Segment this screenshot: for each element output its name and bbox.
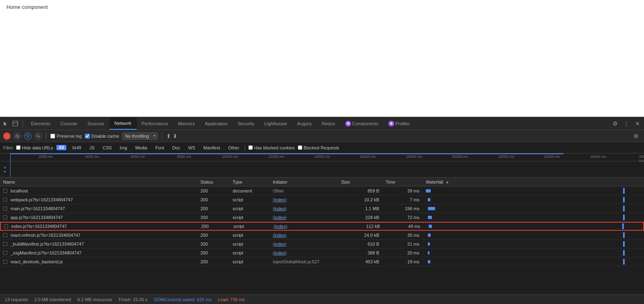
filter-css[interactable]: CSS bbox=[100, 145, 114, 151]
tab-profiler[interactable]: ⚛ Profiler bbox=[384, 117, 415, 130]
col-header-initiator: Initiator bbox=[273, 180, 341, 184]
cursor-icon[interactable] bbox=[2, 120, 10, 128]
tab-security[interactable]: Security bbox=[233, 117, 260, 130]
toolbar-separator-2 bbox=[162, 132, 162, 140]
load-time[interactable]: Load: 736 ms bbox=[218, 297, 245, 302]
more-options-icon[interactable]: ⋮ bbox=[621, 119, 631, 128]
throttle-select[interactable]: No throttling Fast 3G Slow 3G Offline bbox=[122, 132, 158, 140]
hide-data-urls-label: Hide data URLs bbox=[22, 145, 53, 150]
record-button[interactable] bbox=[3, 132, 10, 140]
table-row[interactable]: main.js?ts=1621334804747 200 script (ind… bbox=[0, 204, 644, 213]
cell-initiator-webpack: (index) bbox=[273, 197, 341, 202]
row-checkbox bbox=[4, 224, 8, 228]
cell-waterfall-buildmanifest bbox=[426, 240, 641, 248]
cell-size-webpack: 10.2 kB bbox=[341, 197, 386, 202]
preserve-log-checkbox[interactable]: Preserve log bbox=[50, 134, 82, 139]
cell-waterfall-app bbox=[426, 213, 641, 221]
timeline-area[interactable]: 2000 ms 4000 ms 6000 ms 8000 ms 10000 ms… bbox=[0, 153, 644, 178]
tab-components[interactable]: ⚛ Components bbox=[341, 117, 384, 130]
waterfall-dot bbox=[623, 197, 625, 203]
filter-img[interactable]: Img bbox=[118, 145, 130, 151]
has-blocked-cookies-checkbox[interactable]: Has blocked cookies bbox=[248, 145, 295, 150]
requests-count: 13 requests bbox=[5, 297, 28, 302]
table-row-highlighted[interactable]: index.js?ts=1621334804747 200 script (in… bbox=[0, 222, 644, 231]
cell-status-app: 200 bbox=[200, 215, 233, 220]
cell-status-devtools-backend: 200 bbox=[200, 259, 233, 264]
table-row[interactable]: app.js?ts=1621334804747 200 script (inde… bbox=[0, 213, 644, 222]
filter-media[interactable]: Media bbox=[133, 145, 150, 151]
tab-sources[interactable]: Sources bbox=[83, 117, 109, 130]
cell-waterfall-ssgmanifest bbox=[426, 248, 641, 257]
dom-content-loaded[interactable]: DOMContentLoaded: 625 ms bbox=[154, 297, 211, 302]
cell-name-react-refresh: react-refresh.js?ts=1621334004747 bbox=[3, 233, 200, 238]
finish-time: Finish: 23.30 s bbox=[119, 297, 148, 302]
tab-redux-label: Redux bbox=[322, 121, 335, 126]
hide-data-urls-checkbox[interactable]: Hide data URLs bbox=[16, 145, 53, 150]
blocked-requests-input[interactable] bbox=[298, 145, 302, 150]
tab-memory-label: Memory bbox=[178, 121, 195, 126]
network-settings-icon[interactable]: ⚙ bbox=[631, 131, 641, 141]
tab-redux[interactable]: Redux bbox=[317, 117, 340, 130]
filter-js[interactable]: JS bbox=[87, 145, 97, 151]
tab-application[interactable]: Application bbox=[200, 117, 233, 130]
preserve-log-input[interactable] bbox=[50, 134, 55, 139]
filter-doc[interactable]: Doc bbox=[170, 145, 183, 151]
blocked-requests-checkbox[interactable]: Blocked Requests bbox=[298, 145, 339, 150]
svg-line-5 bbox=[39, 136, 40, 138]
table-row[interactable]: react_devtools_backend.js 200 script inj… bbox=[0, 257, 644, 266]
download-icon[interactable]: ⬇ bbox=[173, 133, 178, 139]
cell-type-localhost: document bbox=[233, 188, 273, 193]
cell-type-app: script bbox=[233, 215, 273, 220]
cell-status-index: 200 bbox=[201, 224, 233, 229]
cell-size-ssgmanifest: 388 B bbox=[341, 250, 386, 255]
cell-size-devtools-backend: 453 kB bbox=[341, 259, 386, 264]
tab-network[interactable]: Network bbox=[109, 117, 136, 130]
filter-icon[interactable] bbox=[24, 132, 31, 140]
search-icon[interactable] bbox=[35, 132, 42, 140]
upload-icon[interactable]: ⬆ bbox=[166, 133, 171, 139]
close-icon[interactable]: ✕ bbox=[633, 119, 642, 128]
filter-font[interactable]: Font bbox=[153, 145, 167, 151]
tab-augury-label: Augury bbox=[297, 121, 312, 126]
cell-name-localhost: localhost bbox=[3, 188, 200, 193]
filter-xhr[interactable]: XHR bbox=[70, 145, 84, 151]
table-row[interactable]: localhost 200 document Other 859 B 39 ms bbox=[0, 186, 644, 195]
filter-manifest[interactable]: Manifest bbox=[201, 145, 223, 151]
filter-other[interactable]: Other bbox=[226, 145, 242, 151]
waterfall-dot bbox=[623, 206, 625, 211]
cell-type-main: script bbox=[233, 206, 273, 211]
clear-button[interactable] bbox=[14, 132, 21, 140]
tab-performance-label: Performance bbox=[142, 121, 168, 126]
has-blocked-cookies-input[interactable] bbox=[248, 145, 253, 150]
svg-rect-0 bbox=[13, 121, 18, 126]
disable-cache-checkbox[interactable]: Disable cache bbox=[85, 134, 119, 139]
dock-icon[interactable] bbox=[11, 120, 19, 128]
disable-cache-input[interactable] bbox=[85, 134, 90, 139]
cell-size-localhost: 859 B bbox=[341, 188, 386, 193]
cell-time-app: 72 ms bbox=[386, 215, 426, 220]
tabs-right-actions: ⚙ ⋮ ✕ bbox=[610, 119, 642, 128]
tab-lighthouse[interactable]: Lighthouse bbox=[260, 117, 292, 130]
table-row[interactable]: _ssgManifest.js?ts=1621334804747 200 scr… bbox=[0, 248, 644, 257]
devtools-panel: Elements Console Sources Network Perform… bbox=[0, 117, 644, 304]
cell-size-index: 112 kB bbox=[342, 224, 386, 229]
hide-data-urls-input[interactable] bbox=[16, 145, 21, 150]
row-checkbox bbox=[3, 242, 7, 246]
network-table[interactable]: Name Status Type Initiator Size Time Wat… bbox=[0, 178, 644, 294]
filter-separator bbox=[245, 145, 245, 151]
tab-console[interactable]: Console bbox=[56, 117, 83, 130]
settings-icon[interactable]: ⚙ bbox=[610, 119, 620, 128]
tab-memory[interactable]: Memory bbox=[173, 117, 200, 130]
filter-all-tag[interactable]: All bbox=[56, 145, 66, 150]
table-row[interactable]: _buildManifest.js?ts=1621334804747 200 s… bbox=[0, 240, 644, 248]
tab-augury[interactable]: Augury bbox=[292, 117, 317, 130]
tab-elements[interactable]: Elements bbox=[26, 117, 56, 130]
filter-ws[interactable]: WS bbox=[186, 145, 198, 151]
table-row[interactable]: webpack.js?ts=1621334804747 200 script (… bbox=[0, 195, 644, 204]
tab-sources-label: Sources bbox=[87, 121, 104, 126]
tab-icon-group bbox=[2, 120, 23, 128]
table-row[interactable]: react-refresh.js?ts=1621334004747 200 sc… bbox=[0, 231, 644, 240]
tab-performance[interactable]: Performance bbox=[137, 117, 173, 130]
components-icon: ⚛ bbox=[345, 121, 351, 126]
waterfall-dot bbox=[623, 250, 625, 256]
